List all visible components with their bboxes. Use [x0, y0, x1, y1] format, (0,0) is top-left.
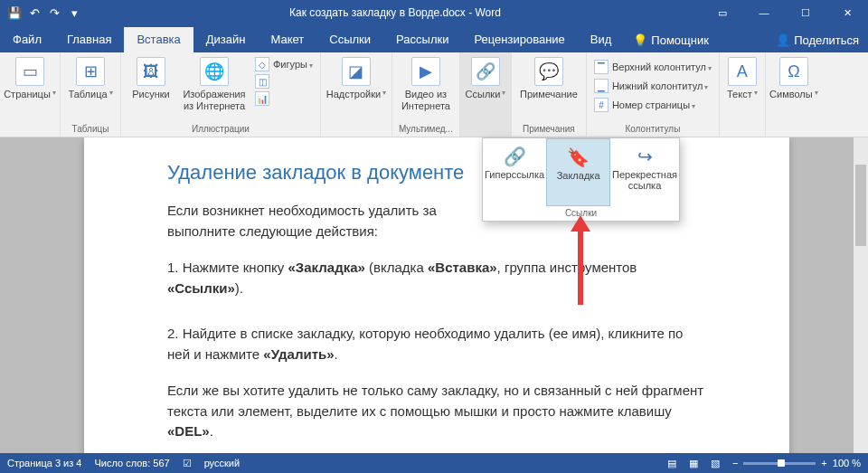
online-picture-icon: 🌐 — [200, 57, 229, 86]
pages-button[interactable]: ▭Страницы — [4, 55, 56, 112]
addin-icon: ◪ — [342, 57, 371, 86]
zoom-level[interactable]: 100 % — [833, 458, 861, 468]
lightbulb-icon: 💡 — [633, 33, 647, 47]
shapes-icon: ◇ — [255, 57, 269, 71]
view-read-icon[interactable]: ▤ — [667, 458, 676, 469]
omega-icon: Ω — [779, 57, 808, 86]
qat-more-icon[interactable]: ▾ — [67, 5, 81, 20]
window-title: Как создать закладку в Ворде.docx - Word — [89, 6, 702, 19]
comment-icon: 💬 — [534, 57, 563, 86]
paragraph: 2. Найдите в списке закладку, которую не… — [167, 324, 706, 364]
zoom-out-icon[interactable]: − — [732, 458, 738, 468]
ribbon: ▭Страницы ⊞Таблица Таблицы 🖼Рисунки 🌐Изо… — [0, 52, 868, 137]
online-pictures-button[interactable]: 🌐Изображения из Интернета — [179, 55, 250, 113]
tab-home[interactable]: Главная — [54, 27, 124, 52]
shapes-button[interactable]: ◇Фигуры — [253, 56, 315, 72]
textbox-icon: A — [728, 57, 757, 86]
minimize-icon[interactable]: — — [743, 0, 785, 25]
pictures-button[interactable]: 🖼Рисунки — [125, 55, 177, 112]
share-button[interactable]: 👤Поделиться — [767, 28, 868, 52]
tab-mailings[interactable]: Рассылки — [383, 27, 461, 52]
document-area: Удаление закладок в документе Если возни… — [0, 137, 868, 453]
hyperlink-icon: 🔗 — [501, 144, 528, 169]
document-page[interactable]: Удаление закладок в документе Если возни… — [84, 137, 789, 453]
picture-icon: 🖼 — [137, 57, 165, 86]
bookmark-button[interactable]: 🔖Закладка — [546, 138, 610, 206]
footer-button[interactable]: ▁Нижний колонтитул — [592, 78, 713, 94]
status-bar: Страница 3 из 4 Число слов: 567 ☑ русски… — [0, 453, 868, 473]
bookmark-icon: 🔖 — [565, 145, 592, 170]
group-label: Колонтитулы — [625, 123, 680, 135]
header-button[interactable]: ▔Верхний колонтитул — [592, 59, 713, 75]
crossref-button[interactable]: ↪Перекрестная ссылка — [610, 138, 679, 206]
group-label: Таблицы — [72, 123, 109, 135]
quick-access-toolbar: 💾 ↶ ↷ ▾ — [0, 5, 89, 20]
chart-button[interactable]: 📊 — [253, 90, 315, 107]
smartart-button[interactable]: ◫ — [253, 73, 315, 90]
view-print-icon[interactable]: ▦ — [689, 458, 698, 469]
paragraph: 1. Нажмите кнопку «Закладка» (вкладка «В… — [167, 258, 706, 298]
group-label: Иллюстрации — [192, 123, 250, 135]
page-icon: ▭ — [15, 57, 44, 86]
undo-icon[interactable]: ↶ — [27, 5, 42, 20]
annotation-arrow — [578, 222, 583, 305]
text-button[interactable]: AТекст — [723, 55, 761, 112]
zoom-control[interactable]: − + 100 % — [732, 458, 861, 468]
addins-button[interactable]: ◪Надстройки — [325, 55, 388, 112]
page-number-button[interactable]: #Номер страницы — [592, 97, 713, 113]
view-web-icon[interactable]: ▧ — [711, 458, 720, 469]
zoom-slider[interactable] — [743, 462, 816, 465]
pagenum-icon: # — [594, 98, 609, 112]
smartart-icon: ◫ — [255, 74, 269, 89]
vertical-scrollbar[interactable] — [854, 137, 868, 453]
video-icon: ▶ — [411, 57, 440, 86]
tab-file[interactable]: Файл — [0, 27, 54, 52]
ribbon-tabs: Файл Главная Вставка Дизайн Макет Ссылки… — [0, 25, 868, 52]
link-icon: 🔗 — [471, 57, 500, 86]
paragraph: Если же вы хотите удалить не только саму… — [167, 381, 706, 442]
share-icon: 👤 — [776, 33, 790, 47]
chart-icon: 📊 — [255, 91, 269, 106]
group-label: Примечания — [523, 123, 575, 135]
online-video-button[interactable]: ▶Видео из Интернета — [396, 55, 456, 113]
title-bar: 💾 ↶ ↷ ▾ Как создать закладку в Ворде.doc… — [0, 0, 868, 25]
tab-review[interactable]: Рецензирование — [461, 27, 577, 52]
crossref-icon: ↪ — [631, 144, 658, 169]
table-icon: ⊞ — [76, 57, 105, 86]
links-button[interactable]: 🔗Ссылки — [464, 55, 507, 112]
language-indicator[interactable]: русский — [204, 458, 240, 468]
tell-me[interactable]: 💡Помощник — [624, 28, 718, 52]
save-icon[interactable]: 💾 — [7, 5, 22, 20]
page-indicator[interactable]: Страница 3 из 4 — [7, 458, 81, 468]
group-label — [29, 123, 32, 135]
redo-icon[interactable]: ↷ — [47, 5, 61, 20]
tab-references[interactable]: Ссылки — [316, 27, 383, 52]
symbols-button[interactable]: ΩСимволы — [769, 55, 818, 112]
comment-button[interactable]: 💬Примечание — [515, 55, 582, 112]
ribbon-display-icon[interactable]: ▭ — [702, 0, 743, 25]
tab-design[interactable]: Дизайн — [193, 27, 259, 52]
scroll-thumb[interactable] — [855, 165, 866, 246]
close-icon[interactable]: ✕ — [826, 0, 868, 25]
footer-icon: ▁ — [594, 79, 609, 93]
maximize-icon[interactable]: ☐ — [785, 0, 826, 25]
tab-insert[interactable]: Вставка — [124, 27, 193, 52]
table-button[interactable]: ⊞Таблица — [64, 55, 117, 112]
tab-layout[interactable]: Макет — [258, 27, 316, 52]
word-count[interactable]: Число слов: 567 — [94, 458, 169, 468]
zoom-in-icon[interactable]: + — [821, 458, 826, 468]
hyperlink-button[interactable]: 🔗Гиперссылка — [483, 138, 546, 206]
header-icon: ▔ — [594, 60, 609, 74]
tab-view[interactable]: Вид — [578, 27, 625, 52]
group-label: Мультимед... — [399, 123, 453, 135]
spellcheck-icon[interactable]: ☑ — [183, 458, 192, 469]
